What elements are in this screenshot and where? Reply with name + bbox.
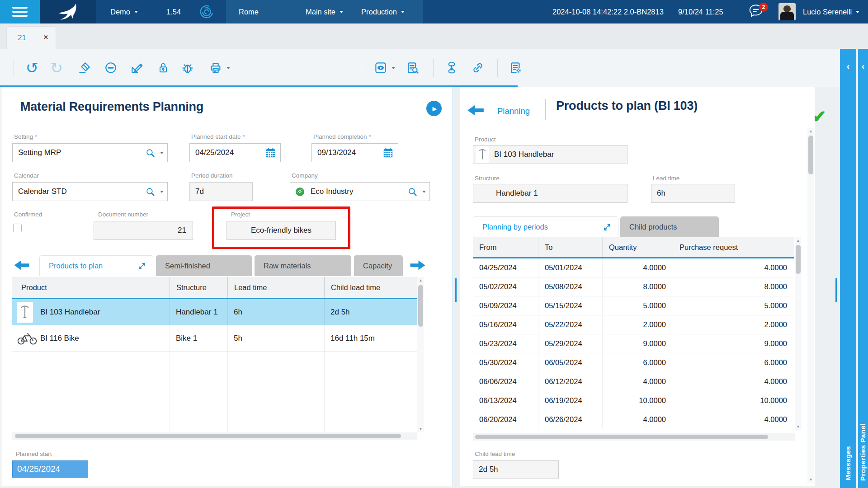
tabs-scroll-right-button[interactable] bbox=[409, 260, 426, 272]
chevron-down-icon[interactable] bbox=[422, 191, 426, 193]
redo-button[interactable]: ↻ bbox=[49, 60, 64, 75]
debug-button[interactable] bbox=[180, 60, 195, 75]
table-row[interactable]: BI 116 Bike Bike 1 5h 16d 11h 15m bbox=[12, 325, 417, 352]
chevron-down-icon[interactable] bbox=[160, 152, 164, 154]
scrollbar-thumb[interactable] bbox=[808, 136, 813, 174]
calendar-icon[interactable] bbox=[382, 147, 394, 159]
confirmed-checkbox[interactable] bbox=[13, 224, 22, 232]
chevron-left-icon[interactable]: ‹ bbox=[840, 61, 856, 70]
tab-semi-finished[interactable]: Semi-finished bbox=[156, 255, 252, 276]
project-input[interactable]: Eco-friendly bikes bbox=[226, 221, 336, 240]
column-header-child-lead-time[interactable]: Child lead time bbox=[324, 277, 417, 298]
run-button[interactable]: ▶ bbox=[426, 101, 442, 116]
properties-panel-rail[interactable]: ‹ Properties Panel bbox=[857, 49, 868, 488]
child-lead-time-input[interactable]: 2d 5h bbox=[473, 460, 559, 479]
structure-input[interactable]: Handlebar 1 bbox=[473, 184, 627, 203]
scrollbar-thumb[interactable] bbox=[475, 435, 768, 439]
eraser-button[interactable] bbox=[77, 60, 92, 75]
setting-input[interactable]: Setting MRP bbox=[12, 143, 168, 162]
company-input[interactable]: Eco Industry bbox=[290, 182, 430, 201]
period-row[interactable]: 04/25/202405/01/20244.00004.0000 bbox=[473, 258, 794, 277]
scrollbar-thumb[interactable] bbox=[15, 434, 401, 438]
scroll-down-icon[interactable]: ▼ bbox=[807, 478, 814, 482]
detail-panel-vscrollbar[interactable]: ▲ ▼ bbox=[807, 128, 814, 483]
lead-time-input[interactable]: 6h bbox=[651, 184, 735, 203]
design-mode-button[interactable] bbox=[129, 60, 145, 75]
planned-start-date-input[interactable]: 04/25/2024 bbox=[189, 143, 281, 162]
environment-selector[interactable]: Demo bbox=[110, 0, 138, 23]
clear-list-button[interactable] bbox=[508, 60, 524, 75]
link-button[interactable] bbox=[470, 60, 486, 75]
hierarchy-button[interactable] bbox=[444, 60, 459, 75]
lookup-icon[interactable] bbox=[407, 186, 418, 197]
planned-completion-input[interactable]: 09/13/2024 bbox=[311, 143, 398, 162]
scroll-up-icon[interactable]: ▲ bbox=[417, 278, 424, 282]
period-row[interactable]: 05/09/202405/15/20245.00005.0000 bbox=[473, 296, 794, 315]
user-avatar[interactable] bbox=[778, 3, 796, 20]
products-table-hscrollbar[interactable] bbox=[12, 432, 417, 440]
tab-raw-materials[interactable]: Raw materials bbox=[255, 255, 351, 276]
periods-table-hscrollbar[interactable] bbox=[473, 433, 795, 441]
column-header-purchase-request[interactable]: Purchase request bbox=[673, 237, 794, 257]
column-header-quantity[interactable]: Quantity bbox=[602, 237, 673, 257]
chevron-left-icon[interactable]: ‹ bbox=[858, 61, 868, 70]
period-row[interactable]: 06/06/202406/12/20244.00004.0000 bbox=[473, 372, 794, 391]
scroll-up-icon[interactable]: ▲ bbox=[807, 129, 814, 133]
endpoint-target-icon[interactable] bbox=[199, 0, 214, 23]
expand-icon[interactable] bbox=[604, 224, 611, 231]
lock-button[interactable] bbox=[156, 60, 171, 75]
column-header-to[interactable]: To bbox=[538, 237, 602, 257]
app-logo[interactable] bbox=[40, 0, 96, 23]
scroll-up-icon[interactable]: ▲ bbox=[795, 239, 802, 243]
period-duration-input[interactable]: 7d bbox=[189, 182, 253, 201]
lookup-icon[interactable] bbox=[145, 147, 156, 159]
watch-button[interactable] bbox=[372, 60, 397, 75]
scrollbar-thumb[interactable] bbox=[796, 245, 801, 274]
period-row[interactable]: 06/20/202406/26/20244.00004.0000 bbox=[473, 410, 794, 429]
lookup-icon[interactable] bbox=[145, 186, 156, 197]
print-button[interactable] bbox=[206, 60, 232, 75]
inquiry-button[interactable] bbox=[405, 60, 420, 75]
tab-planning-by-periods[interactable]: Planning by periods bbox=[473, 216, 618, 237]
scrollbar-thumb[interactable] bbox=[418, 285, 423, 327]
role-selector[interactable]: Production bbox=[361, 8, 405, 16]
planned-start-footer-value[interactable]: 04/25/2024 bbox=[12, 460, 88, 478]
hamburger-menu-button[interactable] bbox=[0, 0, 40, 23]
tabs-scroll-left-button[interactable] bbox=[13, 260, 30, 272]
document-tab[interactable]: 21 ✕ bbox=[6, 26, 56, 49]
scroll-down-icon[interactable]: ▼ bbox=[795, 425, 802, 429]
calendar-input[interactable]: Calendar STD bbox=[12, 182, 168, 201]
period-row[interactable]: 06/13/202406/19/202410.000010.0000 bbox=[473, 391, 794, 410]
period-row[interactable]: 05/23/202405/29/20249.00009.0000 bbox=[473, 334, 794, 353]
breadcrumb[interactable]: Planning bbox=[497, 106, 530, 116]
period-row[interactable]: 05/02/202405/08/20248.00008.0000 bbox=[473, 277, 794, 296]
products-table-vscrollbar[interactable]: ▲ ▼ bbox=[417, 277, 424, 432]
panel-splitter-handle[interactable] bbox=[455, 278, 457, 302]
tab-products-to-plan[interactable]: Products to plan bbox=[39, 255, 153, 276]
column-header-from[interactable]: From bbox=[473, 237, 538, 257]
scroll-down-icon[interactable]: ▼ bbox=[417, 427, 424, 431]
back-button[interactable] bbox=[466, 104, 486, 118]
messages-panel-rail[interactable]: ‹ Messages bbox=[840, 49, 856, 488]
period-row[interactable]: 05/30/202406/05/20246.00006.0000 bbox=[473, 353, 794, 372]
table-row[interactable]: BI 103 Handlebar Handlebar 1 6h 2d 5h bbox=[12, 299, 417, 325]
expand-icon[interactable] bbox=[138, 263, 146, 270]
user-menu[interactable]: Lucio Serenelli bbox=[803, 0, 859, 23]
deactivate-button[interactable] bbox=[103, 60, 118, 75]
chevron-down-icon[interactable] bbox=[160, 191, 164, 193]
close-tab-icon[interactable]: ✕ bbox=[43, 34, 48, 41]
site-selector[interactable]: Main site bbox=[306, 8, 343, 16]
column-header-lead-time[interactable]: Lead time bbox=[227, 277, 324, 298]
undo-button[interactable]: ↺ bbox=[24, 60, 40, 75]
tab-capacity[interactable]: Capacity bbox=[354, 255, 403, 276]
panel-splitter-handle[interactable] bbox=[835, 278, 837, 302]
column-header-structure[interactable]: Structure bbox=[170, 277, 227, 298]
tab-child-products[interactable]: Child products bbox=[620, 216, 719, 237]
calendar-icon[interactable] bbox=[264, 147, 277, 159]
period-row[interactable]: 05/16/202405/22/20242.00002.0000 bbox=[473, 315, 794, 334]
messages-button[interactable]: 2 bbox=[748, 4, 768, 21]
product-input[interactable]: BI 103 Handlebar bbox=[473, 145, 627, 164]
periods-table-vscrollbar[interactable]: ▲ ▼ bbox=[795, 237, 802, 430]
column-header-product[interactable]: Product bbox=[12, 277, 170, 298]
document-number-input[interactable]: 21 bbox=[94, 221, 193, 240]
